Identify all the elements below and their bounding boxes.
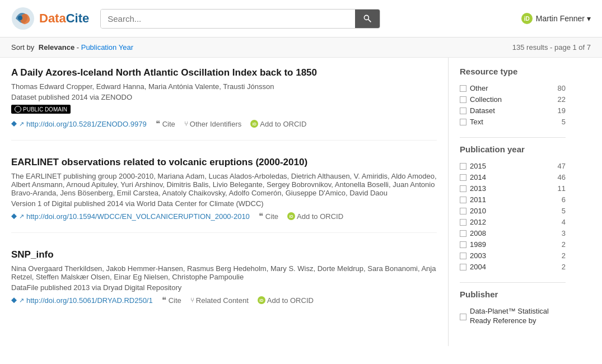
checkbox-publisher-1[interactable] [460,314,466,320]
publisher-filter: Publisher Data-Planet™ Statistical Ready… [460,290,566,326]
external-link-icon: ↗ [19,297,24,304]
other-identifiers-link-1[interactable]: ⑂ Other Identifiers [184,120,242,128]
add-to-orcid-link-1[interactable]: iD Add to ORCID [250,120,306,128]
sort-options: Sort by Relevance - Publication Year [11,43,133,52]
sidebar: Resource type Other 80 Collection 22 Dat… [448,58,577,346]
sort-bar: Sort by Relevance - Publication Year 135… [0,38,602,58]
publication-year-title: Publication year [460,144,566,156]
resource-type-item-collection[interactable]: Collection 22 [460,95,566,104]
pub-year-2008[interactable]: 2008 3 [460,229,566,237]
sort-dash: - [77,43,81,52]
cite-link-2[interactable]: ❝ Cite [259,211,278,221]
quote-icon: ❝ [162,295,166,305]
result-authors: The EARLINET publishing group 2000-2010,… [11,172,437,197]
result-title: A Daily Azores-Iceland North Atlantic Os… [11,67,437,79]
sort-publication-year[interactable]: Publication Year [81,43,133,52]
datacite-logo-icon [11,7,35,30]
external-link-icon: ↗ [19,120,24,128]
result-links: ↗ http://doi.org/10.1594/WDCC/EN_VOLCANI… [11,211,437,221]
result-doi-link[interactable]: ↗ http://doi.org/10.5061/DRYAD.RD250/1 [11,296,153,305]
result-doi-link[interactable]: ↗ http://doi.org/10.5281/ZENODO.9979 [11,120,147,128]
search-input[interactable]: climate iceland [101,10,355,28]
publisher-title: Publisher [460,290,566,301]
checkbox-2008[interactable] [460,230,466,237]
search-icon [363,14,372,23]
sort-relevance[interactable]: Relevance [39,43,74,52]
orcid-icon: iD [521,13,533,24]
related-icon: ⑂ [190,296,194,304]
header: DataCite climate iceland iD Martin Fenne… [0,0,602,38]
resource-type-item-text[interactable]: Text 5 [460,118,566,126]
result-links: ↗ http://doi.org/10.5061/DRYAD.RD250/1 ❝… [11,295,437,305]
pub-year-2003[interactable]: 2003 2 [460,251,566,260]
checkbox-2012[interactable] [460,219,466,226]
logo-text: DataCite [39,11,89,26]
cite-link-3[interactable]: ❝ Cite [162,295,181,305]
resource-type-item-dataset[interactable]: Dataset 19 [460,106,566,115]
checkbox-2010[interactable] [460,208,466,214]
related-content-link-3[interactable]: ⑂ Related Content [190,296,249,305]
result-meta: Dataset published 2014 via ZENODO [11,93,437,101]
checkbox-2004[interactable] [460,264,466,270]
orcid-sm-icon: iD [258,296,265,304]
sort-label: Sort by [11,43,34,52]
svg-point-1 [18,16,22,20]
result-badge: PUBLIC DOMAIN [11,105,71,114]
checkbox-collection[interactable] [460,96,466,103]
checkbox-2003[interactable] [460,253,466,259]
checkbox-2014[interactable] [460,174,466,181]
result-title: SNP_info [11,249,437,261]
cite-link-1[interactable]: ❝ Cite [156,119,175,129]
user-name: Martin Fenner [536,14,585,23]
pub-year-2015[interactable]: 2015 47 [460,162,566,170]
search-button[interactable] [355,10,380,28]
pub-year-2014[interactable]: 2014 46 [460,173,566,181]
svg-point-2 [365,15,369,20]
publication-year-filter: Publication year 2015 47 2014 46 2013 11… [460,144,566,271]
pub-year-2013[interactable]: 2013 11 [460,184,566,193]
cc-circle [15,106,21,113]
pub-year-2010[interactable]: 2010 5 [460,207,566,215]
checkbox-dataset[interactable] [460,108,466,114]
resource-type-item-other[interactable]: Other 80 [460,84,566,92]
pub-year-2004[interactable]: 2004 2 [460,263,566,271]
pub-year-2011[interactable]: 2011 6 [460,195,566,204]
results-count: 135 results - page 1 of 7 [512,43,591,52]
result-authors: Nina Overgaard Therkildsen, Jakob Hemmer… [11,264,437,281]
badge-label: PUBLIC DOMAIN [23,106,67,113]
add-to-orcid-link-3[interactable]: iD Add to ORCID [258,296,314,305]
checkbox-text[interactable] [460,119,466,125]
checkbox-1989[interactable] [460,241,466,248]
user-chevron: ▾ [587,14,591,23]
orcid-sm-icon: iD [287,212,295,220]
main-content: A Daily Azores-Iceland North Atlantic Os… [0,58,602,346]
logo: DataCite [11,7,89,30]
resource-type-title: Resource type [460,67,566,78]
pub-year-2012[interactable]: 2012 4 [460,218,566,226]
publisher-item-1[interactable]: Data-Planet™ Statistical Ready Reference… [460,307,566,326]
orcid-sm-icon: iD [250,120,258,128]
fork-icon: ⑂ [184,120,188,128]
result-doi-link[interactable]: ↗ http://doi.org/10.1594/WDCC/EN_VOLCANI… [11,212,250,221]
result-meta: DataFile published 2013 via Dryad Digita… [11,283,437,292]
checkbox-other[interactable] [460,85,466,92]
pub-year-1989[interactable]: 1989 2 [460,240,566,249]
external-link-icon: ↗ [19,213,24,220]
checkbox-2013[interactable] [460,185,466,192]
add-to-orcid-link-2[interactable]: iD Add to ORCID [287,212,343,221]
result-title: EARLINET observations related to volcani… [11,156,437,169]
search-bar: climate iceland [100,9,380,29]
svg-line-3 [368,20,371,22]
resource-type-filter: Resource type Other 80 Collection 22 Dat… [460,67,566,126]
results-list: A Daily Azores-Iceland North Atlantic Os… [0,58,448,346]
result-meta: Version 1 of Digital published 2014 via … [11,199,437,208]
result-links: ↗ http://doi.org/10.5281/ZENODO.9979 ❝ C… [11,119,437,129]
sidebar-divider [460,137,566,138]
sidebar-divider-2 [460,282,566,283]
result-authors: Thomas Edward Cropper, Edward Hanna, Mar… [11,82,437,91]
user-area[interactable]: iD Martin Fenner ▾ [521,13,591,24]
quote-icon: ❝ [156,119,160,129]
checkbox-2011[interactable] [460,197,466,203]
public-domain-badge: PUBLIC DOMAIN [11,105,71,114]
checkbox-2015[interactable] [460,163,466,170]
